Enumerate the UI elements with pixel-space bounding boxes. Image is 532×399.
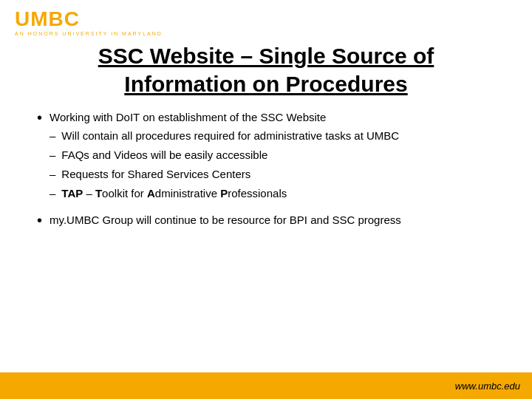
title-area: SSC Website – Single Source of Informati… xyxy=(0,42,532,109)
bullet-content-1: Working with DoIT on establishment of th… xyxy=(50,109,495,205)
bullet-item-2: • my.UMBC Group will continue to be reso… xyxy=(37,212,495,228)
bullet-content-2: my.UMBC Group will continue to be resour… xyxy=(50,212,495,228)
bullet-dot-1: • xyxy=(37,109,42,126)
sub-item-2: – FAQs and Videos will be easily accessi… xyxy=(50,147,495,163)
slide: UMBC AN HONORS UNIVERSITY IN MARYLAND SS… xyxy=(0,0,532,399)
sub-text-4: TAP – Toolkit for Administrative Profess… xyxy=(61,185,495,201)
footer-bar: www.umbc.edu xyxy=(0,372,532,399)
content-area: • Working with DoIT on establishment of … xyxy=(0,109,532,372)
sub-text-3: Requests for Shared Services Centers xyxy=(61,166,495,182)
admin-bold: A xyxy=(147,187,155,200)
header: UMBC AN HONORS UNIVERSITY IN MARYLAND xyxy=(0,0,532,42)
sub-dash-1: – xyxy=(50,128,55,143)
bullet-text-2: my.UMBC Group will continue to be resour… xyxy=(50,214,401,226)
sub-text-1: Will contain all procedures required for… xyxy=(61,128,495,143)
bullet-list: • Working with DoIT on establishment of … xyxy=(37,109,495,228)
sub-item-4: – TAP – Toolkit for Administrative Profe… xyxy=(50,185,495,201)
bullet-item-1: • Working with DoIT on establishment of … xyxy=(37,109,495,205)
footer-url: www.umbc.edu xyxy=(455,381,520,392)
sub-text-2: FAQs and Videos will be easily accessibl… xyxy=(61,147,495,163)
tap-bold: TAP xyxy=(61,187,83,200)
bullet-dot-2: • xyxy=(37,212,42,228)
sub-dash-3: – xyxy=(50,166,55,182)
toolkit-bold: T xyxy=(95,187,102,200)
logo-subtitle: AN HONORS UNIVERSITY IN MARYLAND xyxy=(15,31,163,36)
bullet-text-1: Working with DoIT on establishment of th… xyxy=(50,111,326,123)
sub-dash-2: – xyxy=(50,147,55,163)
sub-item-3: – Requests for Shared Services Centers xyxy=(50,166,495,182)
sub-list-1: – Will contain all procedures required f… xyxy=(50,128,495,201)
logo-area: UMBC AN HONORS UNIVERSITY IN MARYLAND xyxy=(15,9,163,36)
umbc-logo: UMBC xyxy=(15,9,80,30)
slide-title: SSC Website – Single Source of Informati… xyxy=(44,42,488,98)
sub-dash-4: – xyxy=(50,185,55,201)
sub-item-1: – Will contain all procedures required f… xyxy=(50,128,495,143)
professionals-bold: P xyxy=(220,187,228,200)
